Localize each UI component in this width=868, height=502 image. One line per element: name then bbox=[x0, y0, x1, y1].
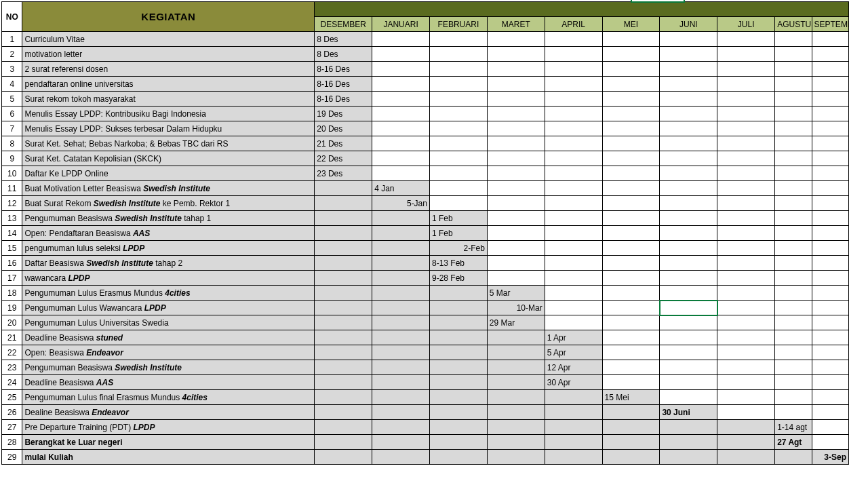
cell[interactable] bbox=[602, 181, 660, 196]
cell[interactable]: 29 Mar bbox=[487, 315, 545, 330]
row-activity[interactable]: Pengumuman Lulus Universitas Swedia bbox=[22, 315, 315, 330]
cell[interactable] bbox=[545, 196, 602, 211]
cell[interactable] bbox=[315, 435, 372, 450]
cell[interactable] bbox=[717, 405, 775, 420]
cell[interactable] bbox=[487, 121, 545, 136]
cell[interactable] bbox=[487, 226, 545, 241]
cell[interactable] bbox=[315, 450, 372, 465]
cell[interactable]: 1 Feb bbox=[429, 226, 487, 241]
cell[interactable] bbox=[602, 315, 660, 330]
cell[interactable] bbox=[812, 241, 848, 256]
row-no[interactable]: 17 bbox=[2, 271, 22, 286]
cell[interactable] bbox=[660, 345, 717, 360]
row-no[interactable]: 9 bbox=[2, 151, 22, 166]
cell[interactable] bbox=[545, 256, 602, 271]
cell[interactable] bbox=[717, 375, 775, 390]
cell[interactable] bbox=[487, 151, 545, 166]
cell[interactable] bbox=[812, 256, 848, 271]
row-no[interactable]: 25 bbox=[2, 390, 22, 405]
cell[interactable] bbox=[372, 435, 430, 450]
table-row[interactable]: 7Menulis Essay LPDP: Sukses terbesar Dal… bbox=[2, 121, 849, 136]
cell[interactable] bbox=[372, 390, 430, 405]
cell[interactable] bbox=[372, 211, 430, 226]
row-activity[interactable]: motivation letter bbox=[22, 47, 315, 62]
cell[interactable] bbox=[812, 420, 848, 435]
cell[interactable] bbox=[429, 107, 487, 121]
row-no[interactable]: 10 bbox=[2, 166, 22, 181]
cell[interactable]: 22 Des bbox=[315, 151, 372, 166]
cell[interactable]: 5 Mar bbox=[487, 286, 545, 301]
cell[interactable] bbox=[775, 77, 812, 92]
cell[interactable] bbox=[429, 166, 487, 181]
cell[interactable] bbox=[812, 330, 848, 345]
cell[interactable] bbox=[717, 256, 775, 271]
row-activity[interactable]: Surat Ket. Sehat; Bebas Narkoba; & Bebas… bbox=[22, 136, 315, 151]
cell[interactable] bbox=[429, 77, 487, 92]
cell[interactable] bbox=[429, 465, 487, 480]
cell[interactable] bbox=[545, 435, 602, 450]
cell[interactable] bbox=[775, 211, 812, 226]
cell[interactable]: 30 Apr bbox=[545, 375, 602, 390]
cell[interactable]: 5-Jan bbox=[372, 196, 430, 211]
row-activity[interactable]: Deadline Beasiswa stuned bbox=[22, 330, 315, 345]
cell[interactable]: 8-16 Des bbox=[315, 62, 372, 77]
cell[interactable] bbox=[660, 121, 717, 136]
cell[interactable] bbox=[429, 196, 487, 211]
cell[interactable] bbox=[429, 181, 487, 196]
cell[interactable]: 15 Mei bbox=[602, 390, 660, 405]
cell[interactable] bbox=[775, 315, 812, 330]
cell[interactable] bbox=[717, 450, 775, 465]
cell[interactable] bbox=[812, 345, 848, 360]
row-no[interactable]: 24 bbox=[2, 375, 22, 390]
cell[interactable] bbox=[372, 62, 430, 77]
cell[interactable] bbox=[812, 121, 848, 136]
cell[interactable] bbox=[812, 405, 848, 420]
table-body[interactable]: 1Curriculum Vitae8 Des2motivation letter… bbox=[2, 32, 849, 480]
cell[interactable] bbox=[372, 330, 430, 345]
cell[interactable] bbox=[372, 315, 430, 330]
cell[interactable] bbox=[812, 77, 848, 92]
cell[interactable] bbox=[775, 345, 812, 360]
cell[interactable] bbox=[602, 286, 660, 301]
cell[interactable] bbox=[487, 62, 545, 77]
cell[interactable] bbox=[487, 77, 545, 92]
cell[interactable] bbox=[812, 286, 848, 301]
table-row[interactable]: 24Deadline Beasiswa AAS30 Apr bbox=[2, 375, 849, 390]
row-no[interactable]: 20 bbox=[2, 315, 22, 330]
cell[interactable] bbox=[545, 315, 602, 330]
cell[interactable] bbox=[717, 47, 775, 62]
cell[interactable] bbox=[372, 241, 430, 256]
cell[interactable] bbox=[717, 151, 775, 166]
cell[interactable] bbox=[602, 62, 660, 77]
cell[interactable] bbox=[812, 32, 848, 47]
row-activity[interactable]: Pengumuman Lulus Wawancara LPDP bbox=[22, 301, 315, 315]
cell[interactable]: 27 Agt bbox=[775, 435, 812, 450]
cell[interactable] bbox=[602, 330, 660, 345]
cell[interactable] bbox=[315, 211, 372, 226]
cell[interactable] bbox=[315, 405, 372, 420]
cell[interactable] bbox=[545, 465, 602, 480]
cell[interactable] bbox=[602, 136, 660, 151]
cell[interactable] bbox=[545, 92, 602, 107]
cell[interactable] bbox=[487, 32, 545, 47]
cell[interactable] bbox=[660, 181, 717, 196]
cell[interactable] bbox=[315, 271, 372, 286]
cell[interactable] bbox=[372, 301, 430, 315]
cell[interactable] bbox=[660, 196, 717, 211]
cell[interactable] bbox=[660, 47, 717, 62]
table-row[interactable]: 9Surat Ket. Catatan Kepolisian (SKCK)22 … bbox=[2, 151, 849, 166]
cell[interactable] bbox=[660, 435, 717, 450]
cell[interactable] bbox=[812, 465, 848, 480]
cell[interactable] bbox=[545, 211, 602, 226]
cell[interactable] bbox=[717, 301, 775, 315]
cell[interactable]: 8-13 Feb bbox=[429, 256, 487, 271]
cell[interactable]: 8 Des bbox=[315, 32, 372, 47]
row-activity[interactable]: Pengumuman Beasiswa Swedish Institute ta… bbox=[22, 211, 315, 226]
table-row[interactable]: 5Surat rekom tokoh masyarakat8-16 Des bbox=[2, 92, 849, 107]
cell[interactable] bbox=[775, 450, 812, 465]
cell[interactable] bbox=[602, 256, 660, 271]
cell[interactable] bbox=[660, 271, 717, 286]
cell[interactable] bbox=[660, 77, 717, 92]
cell[interactable] bbox=[775, 465, 812, 480]
row-no[interactable]: 3 bbox=[2, 62, 22, 77]
